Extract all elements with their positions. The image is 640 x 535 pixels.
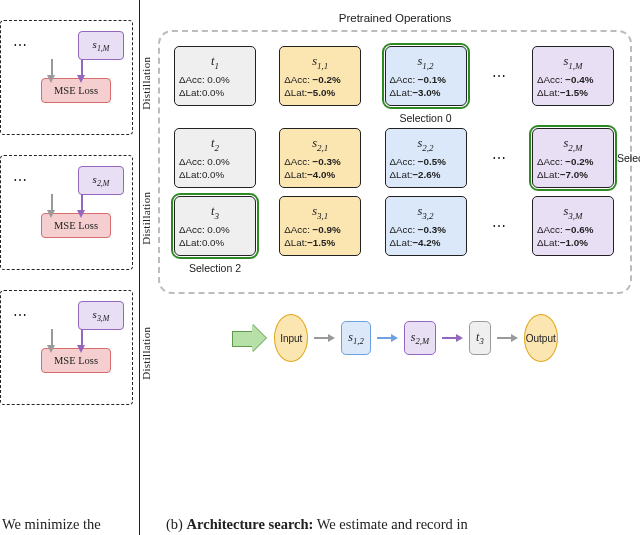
op-name: s1,1 xyxy=(284,53,356,72)
operation-cell: s3,1ΔAcc: −0.9%ΔLat:−1.5% xyxy=(279,196,361,256)
delta-acc: ΔAcc: −0.3% xyxy=(284,155,356,168)
caption-row: We minimize the (b) Architecture search:… xyxy=(0,516,640,533)
selection-caption: Selection 0 xyxy=(400,111,452,125)
delta-acc: ΔAcc: −0.2% xyxy=(537,155,609,168)
delta-acc: ΔAcc: −0.3% xyxy=(390,223,462,236)
student-op-box: s3,M xyxy=(78,301,124,330)
pipeline-node: s2,M xyxy=(404,321,436,355)
arrow-down-icon xyxy=(77,345,85,353)
distillation-group: ⋯s2,MMSE LossDistillation xyxy=(0,155,133,270)
pretrained-operations-label: Pretrained Operations xyxy=(158,12,632,24)
ellipsis-icon: ⋯ xyxy=(9,172,32,189)
arrow-down-icon xyxy=(77,210,85,218)
ellipsis-icon: ⋯ xyxy=(490,218,509,235)
operations-row: t3ΔAcc: 0.0%ΔLat:0.0%Selection 2s3,1ΔAcc… xyxy=(174,196,614,256)
op-name: s3,M xyxy=(537,203,609,222)
delta-lat: ΔLat:0.0% xyxy=(179,86,251,99)
arrow-down-icon xyxy=(77,75,85,83)
arrow-right-icon xyxy=(442,334,463,342)
operations-row: t1ΔAcc: 0.0%ΔLat:0.0%s1,1ΔAcc: −0.2%ΔLat… xyxy=(174,46,614,106)
delta-acc: ΔAcc: 0.0% xyxy=(179,223,251,236)
operation-cell: s2,MΔAcc: −0.2%ΔLat:−7.0%Selection 1 xyxy=(532,128,614,188)
caption-b-bold: Architecture search: xyxy=(187,516,314,532)
op-name: t3 xyxy=(179,203,251,222)
delta-lat: ΔLat:−1.5% xyxy=(537,86,609,99)
delta-acc: ΔAcc: −0.9% xyxy=(284,223,356,236)
operation-cell: s2,2ΔAcc: −0.5%ΔLat:−2.6% xyxy=(385,128,467,188)
delta-lat: ΔLat:−4.2% xyxy=(390,236,462,249)
op-name: t2 xyxy=(179,135,251,154)
selection-caption: Selection 1 xyxy=(617,151,640,165)
left-distillation-panel: ⋯s1,MMSE LossDistillation⋯s2,MMSE LossDi… xyxy=(0,0,140,535)
operations-row: t2ΔAcc: 0.0%ΔLat:0.0%s2,1ΔAcc: −0.3%ΔLat… xyxy=(174,128,614,188)
delta-acc: ΔAcc: −0.4% xyxy=(537,73,609,86)
delta-lat: ΔLat:−3.0% xyxy=(390,86,462,99)
operation-cell: s3,MΔAcc: −0.6%ΔLat:−1.0% xyxy=(532,196,614,256)
operation-cell: t3ΔAcc: 0.0%ΔLat:0.0%Selection 2 xyxy=(174,196,256,256)
delta-acc: ΔAcc: 0.0% xyxy=(179,155,251,168)
pipeline-node: t3 xyxy=(469,321,491,355)
distillation-group: ⋯s3,MMSE LossDistillation xyxy=(0,290,133,405)
delta-acc: ΔAcc: −0.5% xyxy=(390,155,462,168)
delta-acc: ΔAcc: −0.1% xyxy=(390,73,462,86)
input-pill: Input xyxy=(274,314,308,362)
student-op-box: s1,M xyxy=(78,31,124,60)
op-name: s1,2 xyxy=(390,53,462,72)
output-pill: Output xyxy=(524,314,558,362)
distillation-group: ⋯s1,MMSE LossDistillation xyxy=(0,20,133,135)
delta-lat: ΔLat:−5.0% xyxy=(284,86,356,99)
delta-lat: ΔLat:−2.6% xyxy=(390,168,462,181)
ellipsis-icon: ⋯ xyxy=(490,68,509,85)
delta-acc: ΔAcc: −0.6% xyxy=(537,223,609,236)
operation-cell: s2,1ΔAcc: −0.3%ΔLat:−4.0% xyxy=(279,128,361,188)
ellipsis-icon: ⋯ xyxy=(490,150,509,167)
delta-lat: ΔLat:−1.0% xyxy=(537,236,609,249)
arrow-down-icon xyxy=(47,210,55,218)
arrow-right-icon xyxy=(377,334,398,342)
operation-cell: t1ΔAcc: 0.0%ΔLat:0.0% xyxy=(174,46,256,106)
caption-b: (b) Architecture search: We estimate and… xyxy=(140,516,640,533)
caption-b-prefix: (b) xyxy=(166,516,187,532)
pipeline: Inputs1,2s2,Mt3Output xyxy=(158,314,632,362)
ellipsis-icon: ⋯ xyxy=(9,307,32,324)
operation-cell: s1,MΔAcc: −0.4%ΔLat:−1.5% xyxy=(532,46,614,106)
op-name: s1,M xyxy=(537,53,609,72)
op-name: s3,2 xyxy=(390,203,462,222)
student-op-box: s2,M xyxy=(78,166,124,195)
caption-b-rest: We estimate and record in xyxy=(313,516,467,532)
selection-caption: Selection 2 xyxy=(189,261,241,275)
ellipsis-icon: ⋯ xyxy=(9,37,32,54)
delta-lat: ΔLat:0.0% xyxy=(179,168,251,181)
op-name: s2,2 xyxy=(390,135,462,154)
delta-acc: ΔAcc: −0.2% xyxy=(284,73,356,86)
operation-cell: t2ΔAcc: 0.0%ΔLat:0.0% xyxy=(174,128,256,188)
caption-a-fragment: We minimize the xyxy=(0,516,140,533)
delta-acc: ΔAcc: 0.0% xyxy=(179,73,251,86)
op-name: s2,1 xyxy=(284,135,356,154)
op-name: t1 xyxy=(179,53,251,72)
op-name: s2,M xyxy=(537,135,609,154)
pipeline-node: s1,2 xyxy=(341,321,370,355)
op-name: s3,1 xyxy=(284,203,356,222)
arrow-right-icon xyxy=(314,334,335,342)
arrow-down-icon xyxy=(47,345,55,353)
arrow-right-icon xyxy=(497,334,518,342)
delta-lat: ΔLat:−1.5% xyxy=(284,236,356,249)
operations-grid: t1ΔAcc: 0.0%ΔLat:0.0%s1,1ΔAcc: −0.2%ΔLat… xyxy=(158,30,632,294)
delta-lat: ΔLat:−7.0% xyxy=(537,168,609,181)
operation-cell: s1,1ΔAcc: −0.2%ΔLat:−5.0% xyxy=(279,46,361,106)
operation-cell: s1,2ΔAcc: −0.1%ΔLat:−3.0%Selection 0 xyxy=(385,46,467,106)
arrow-down-icon xyxy=(47,75,55,83)
delta-lat: ΔLat:0.0% xyxy=(179,236,251,249)
right-architecture-search-panel: Pretrained Operations t1ΔAcc: 0.0%ΔLat:0… xyxy=(140,0,640,535)
operation-cell: s3,2ΔAcc: −0.3%ΔLat:−4.2% xyxy=(385,196,467,256)
big-arrow-icon xyxy=(232,324,268,352)
delta-lat: ΔLat:−4.0% xyxy=(284,168,356,181)
